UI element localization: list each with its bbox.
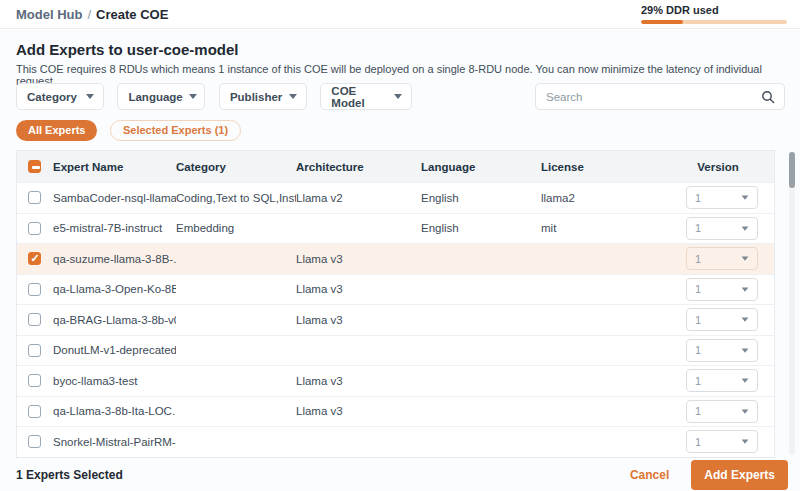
chevron-down-icon <box>742 318 749 322</box>
expert-language: English <box>421 192 541 204</box>
chevron-down-icon <box>742 287 749 291</box>
ddr-progress-track <box>641 20 787 24</box>
table-scrollbar-thumb[interactable] <box>789 152 795 188</box>
breadcrumb-separator: / <box>87 7 91 22</box>
version-value: 1 <box>695 253 701 265</box>
version-select[interactable]: 1 <box>686 430 758 453</box>
table-row[interactable]: SambaCoder-nsql-llama-... Coding,Text to… <box>17 182 774 213</box>
table-row[interactable]: qa-BRAG-Llama-3-8b-v0... Llama v3 1 <box>17 304 774 335</box>
expert-name: qa-BRAG-Llama-3-8b-v0... <box>53 314 176 326</box>
page-title: Add Experts to user-coe-model <box>16 41 239 58</box>
add-experts-button[interactable]: Add Experts <box>691 460 788 490</box>
row-checkbox[interactable] <box>28 435 41 448</box>
expert-architecture: Llama v3 <box>296 314 421 326</box>
chevron-down-icon <box>394 94 402 99</box>
selected-count-label: 1 Experts Selected <box>16 468 630 482</box>
version-select[interactable]: 1 <box>686 217 758 240</box>
experts-table: Expert Name Category Architecture Langua… <box>16 150 775 458</box>
expert-name: SambaCoder-nsql-llama-... <box>53 192 176 204</box>
breadcrumb: Model Hub/Create COE <box>16 7 168 22</box>
version-value: 1 <box>695 283 701 295</box>
search-input[interactable] <box>546 91 761 103</box>
version-select[interactable]: 1 <box>686 186 758 209</box>
tab-selected-experts[interactable]: Selected Experts (1) <box>110 120 241 141</box>
table-row[interactable]: byoc-llama3-test Llama v3 1 <box>17 365 774 396</box>
filter-bar: Category Language Publisher COE Model <box>16 83 785 110</box>
row-checkbox[interactable] <box>28 405 41 418</box>
chevron-down-icon <box>189 94 197 99</box>
col-license: License <box>541 161 686 173</box>
chevron-down-icon <box>289 94 297 99</box>
table-row-selected[interactable]: qa-suzume-llama-3-8B-... Llama v3 1 <box>17 243 774 274</box>
row-checkbox[interactable] <box>28 344 41 357</box>
table-row[interactable]: qa-Llama-3-Open-Ko-8B... Llama v3 1 <box>17 274 774 305</box>
expert-architecture: Llama v3 <box>296 283 421 295</box>
category-filter-dropdown[interactable]: Category <box>16 83 104 110</box>
row-checkbox-checked[interactable] <box>28 252 41 265</box>
expert-name: Snorkel-Mistral-PairRM-... <box>53 436 176 448</box>
expert-name: byoc-llama3-test <box>53 375 176 387</box>
tab-all-experts[interactable]: All Experts <box>16 120 97 141</box>
version-select[interactable]: 1 <box>686 308 758 331</box>
version-value: 1 <box>695 436 701 448</box>
publisher-filter-dropdown[interactable]: Publisher <box>219 83 307 110</box>
coe-model-filter-label: COE Model <box>331 85 388 109</box>
search-icon <box>761 90 775 104</box>
expert-architecture: Llama v3 <box>296 375 421 387</box>
search-box <box>535 83 785 110</box>
footer-bar: 1 Experts Selected Cancel Add Experts <box>16 460 788 490</box>
chevron-down-icon <box>742 440 749 444</box>
version-select[interactable]: 1 <box>686 339 758 362</box>
table-header: Expert Name Category Architecture Langua… <box>17 151 774 182</box>
table-scrollbar-track[interactable] <box>789 152 795 455</box>
expert-name: qa-Llama-3-Open-Ko-8B... <box>53 283 176 295</box>
expert-name: e5-mistral-7B-instruct <box>53 222 176 234</box>
version-value: 1 <box>695 192 701 204</box>
row-checkbox[interactable] <box>28 222 41 235</box>
expert-license: llama2 <box>541 192 686 204</box>
chevron-down-icon <box>742 196 749 200</box>
version-value: 1 <box>695 222 701 234</box>
col-language: Language <box>421 161 541 173</box>
version-value: 1 <box>695 314 701 326</box>
cancel-button[interactable]: Cancel <box>630 468 669 482</box>
row-checkbox[interactable] <box>28 283 41 296</box>
chevron-down-icon <box>742 409 749 413</box>
ddr-usage: 29% DDR used <box>641 4 787 24</box>
create-coe-page: Add Experts to user-coe-model This COE r… <box>0 30 800 491</box>
row-checkbox[interactable] <box>28 191 41 204</box>
table-row[interactable]: DonutLM-v1-deprecated 1 <box>17 335 774 366</box>
breadcrumb-model-hub[interactable]: Model Hub <box>16 7 82 22</box>
table-row[interactable]: qa-Llama-3-8b-Ita-LOC... Llama v3 1 <box>17 396 774 427</box>
expert-name: qa-Llama-3-8b-Ita-LOC... <box>53 405 176 417</box>
version-value: 1 <box>695 375 701 387</box>
version-select[interactable]: 1 <box>686 247 758 270</box>
chevron-down-icon <box>742 379 749 383</box>
expert-architecture: Llama v3 <box>296 405 421 417</box>
expert-license: mit <box>541 222 686 234</box>
chevron-down-icon <box>742 226 749 230</box>
expert-category: Coding,Text to SQL,Instr... <box>176 192 296 204</box>
table-row[interactable]: e5-mistral-7B-instruct Embedding English… <box>17 213 774 244</box>
ddr-progress-fill <box>641 20 683 24</box>
chevron-down-icon <box>742 257 749 261</box>
version-value: 1 <box>695 344 701 356</box>
expert-name: DonutLM-v1-deprecated <box>53 344 176 356</box>
version-select[interactable]: 1 <box>686 278 758 301</box>
coe-model-filter-dropdown[interactable]: COE Model <box>320 83 412 110</box>
publisher-filter-label: Publisher <box>230 91 282 103</box>
version-select[interactable]: 1 <box>686 400 758 423</box>
chevron-down-icon <box>86 94 94 99</box>
chevron-down-icon <box>742 348 749 352</box>
row-checkbox[interactable] <box>28 313 41 326</box>
table-row[interactable]: Snorkel-Mistral-PairRM-... 1 <box>17 426 774 457</box>
version-select[interactable]: 1 <box>686 369 758 392</box>
row-checkbox[interactable] <box>28 374 41 387</box>
col-version: Version <box>686 161 774 173</box>
ddr-usage-label: 29% DDR used <box>641 4 787 16</box>
expert-tabs: All Experts Selected Experts (1) <box>16 120 241 141</box>
select-all-checkbox[interactable] <box>28 160 41 173</box>
category-filter-label: Category <box>27 91 77 103</box>
expert-architecture: Llama v3 <box>296 253 421 265</box>
language-filter-dropdown[interactable]: Language <box>117 83 205 110</box>
